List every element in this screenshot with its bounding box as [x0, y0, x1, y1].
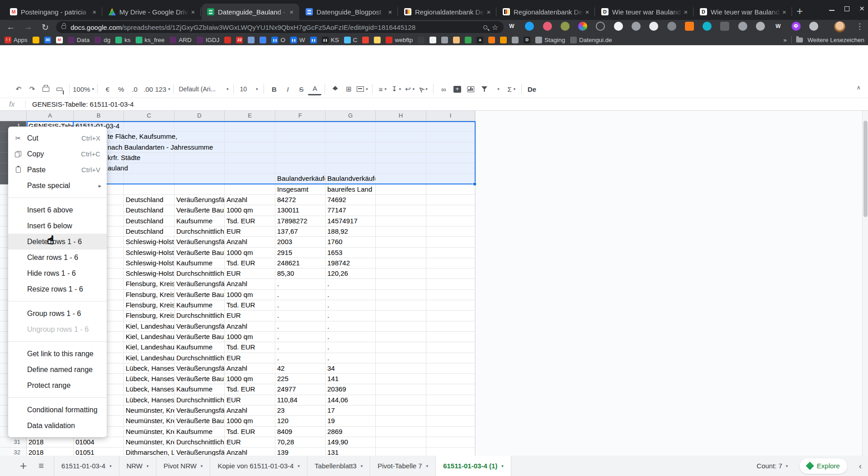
- cell-D8[interactable]: Veräußerungsfälle: [175, 195, 225, 205]
- cell-H31[interactable]: [376, 437, 426, 448]
- cell-C16[interactable]: Flensburg, Kreisfreie Stadt: [124, 279, 175, 289]
- paint-format-icon[interactable]: [52, 83, 66, 95]
- collapse-panel-icon[interactable]: ‹: [859, 461, 862, 471]
- cell-H13[interactable]: [376, 248, 426, 258]
- bookmark-item[interactable]: [465, 37, 472, 43]
- browser-profile-avatar[interactable]: [834, 21, 845, 33]
- cell-E30[interactable]: Tsd. EUR: [225, 427, 275, 437]
- puzzle-extension-icon[interactable]: [809, 22, 818, 31]
- context-menu-item-get-link[interactable]: Get link to this range: [8, 346, 107, 362]
- count-status[interactable]: Count: 7▾: [757, 462, 788, 470]
- sheet-tab-menu-icon[interactable]: ▾: [426, 464, 429, 468]
- cell-B31[interactable]: 01004: [74, 437, 124, 448]
- phi-extension-icon[interactable]: Φ: [792, 22, 801, 31]
- ring-extension-icon[interactable]: [596, 22, 605, 31]
- cell-E27[interactable]: EUR: [225, 395, 275, 405]
- cell-G25[interactable]: 141: [326, 374, 376, 384]
- bookmark-item[interactable]: [418, 37, 425, 43]
- cell-E5[interactable]: [225, 163, 275, 174]
- cell-H2[interactable]: [376, 132, 426, 142]
- borders-icon[interactable]: ⊞: [342, 83, 355, 95]
- cell-I2[interactable]: [426, 132, 475, 142]
- cell-C11[interactable]: Deutschland: [124, 226, 175, 237]
- addon-datenguide-button[interactable]: De: [525, 83, 538, 95]
- cell-G26[interactable]: 20369: [326, 384, 376, 395]
- bookmark-item[interactable]: ks: [115, 37, 131, 43]
- sheet-tab-0[interactable]: 61511-01-03-4▾: [54, 456, 119, 476]
- context-menu-item-delete-rows[interactable]: Delete rows 1 - 6: [8, 234, 107, 250]
- cell-H24[interactable]: [376, 363, 426, 374]
- cell-E19[interactable]: EUR: [225, 311, 275, 321]
- cell-F1[interactable]: [275, 121, 326, 132]
- cell-H9[interactable]: [376, 205, 426, 216]
- sheet-tab-menu-icon[interactable]: ▾: [501, 464, 504, 468]
- sheet-tab-menu-icon[interactable]: ▾: [201, 464, 203, 468]
- cell-I21[interactable]: [426, 332, 475, 342]
- cell-C32[interactable]: Dithmarschen, Landkreis: [124, 448, 175, 456]
- cell-C6[interactable]: [124, 174, 175, 184]
- cell-D18[interactable]: Kaufsumme: [175, 300, 225, 311]
- context-menu-item-paste[interactable]: PasteCtrl+V: [8, 162, 107, 178]
- cell-F4[interactable]: [275, 153, 326, 163]
- context-menu-item-hide-rows[interactable]: Hide rows 1 - 6: [8, 265, 107, 281]
- minimize-icon[interactable]: [829, 10, 835, 11]
- bookmarks-overflow-icon[interactable]: »: [783, 37, 787, 43]
- cell-I30[interactable]: [426, 427, 475, 437]
- cell-I31[interactable]: [426, 437, 475, 448]
- cell-H21[interactable]: [376, 332, 426, 342]
- cell-G31[interactable]: 149,90: [326, 437, 376, 448]
- cell-I13[interactable]: [426, 248, 475, 258]
- cell-D7[interactable]: [175, 184, 225, 195]
- column-header-D[interactable]: D: [175, 111, 225, 121]
- column-header-H[interactable]: H: [376, 111, 426, 121]
- cell-E10[interactable]: Tsd. EUR: [225, 216, 275, 226]
- formula-bar[interactable]: fx GENESIS-Tabelle: 61511-01-03-4: [0, 98, 868, 111]
- cell-E13[interactable]: 1000 qm: [225, 248, 275, 258]
- bookmark-item[interactable]: [362, 37, 369, 43]
- person-extension-icon[interactable]: [632, 22, 641, 31]
- vertical-scrollbar[interactable]: [862, 111, 868, 456]
- browser-tab[interactable]: Regionaldatenbank De×: [497, 4, 595, 20]
- brush-extension-icon[interactable]: [667, 22, 676, 31]
- cell-G13[interactable]: 1653: [326, 248, 376, 258]
- cell-I24[interactable]: [426, 363, 475, 374]
- cell-G14[interactable]: 198742: [326, 258, 376, 269]
- bookmark-item[interactable]: [488, 37, 495, 43]
- tab-close-icon[interactable]: ×: [780, 8, 788, 16]
- cell-E22[interactable]: Tsd. EUR: [225, 342, 275, 353]
- bookmark-item[interactable]: a: [476, 37, 483, 43]
- cell-G27[interactable]: 144,06: [326, 395, 376, 405]
- cell-I15[interactable]: [426, 269, 475, 279]
- cell-B32[interactable]: 01051: [74, 448, 124, 456]
- cell-F31[interactable]: 70,28: [275, 437, 326, 448]
- cell-E11[interactable]: EUR: [225, 226, 275, 237]
- forward-icon[interactable]: →: [22, 21, 34, 33]
- cell-C28[interactable]: Neumünster, Kreisfreie Stadt: [124, 405, 175, 416]
- cell-E2[interactable]: [225, 132, 275, 142]
- cell-D28[interactable]: Veräußerungsfälle: [175, 405, 225, 416]
- insert-chart-icon[interactable]: [464, 83, 477, 95]
- bold-button[interactable]: B: [267, 83, 281, 95]
- cell-H7[interactable]: [376, 184, 426, 195]
- cell-E3[interactable]: [225, 142, 275, 153]
- cell-I8[interactable]: [426, 195, 475, 205]
- cell-I29[interactable]: [426, 416, 475, 426]
- italic-button[interactable]: I: [281, 83, 294, 95]
- cell-I14[interactable]: [426, 258, 475, 269]
- cell-D1[interactable]: [175, 121, 225, 132]
- column-header-B[interactable]: B: [74, 111, 124, 121]
- browser-tab[interactable]: DWie teuer war Bauland×: [694, 4, 792, 20]
- cell-E7[interactable]: [225, 184, 275, 195]
- cell-I32[interactable]: [426, 448, 475, 456]
- bookmark-item[interactable]: Datengui.de: [570, 37, 612, 43]
- context-menu-item-copy[interactable]: CopyCtrl+C: [8, 146, 107, 162]
- cell-C19[interactable]: Flensburg, Kreisfreie Stadt: [124, 311, 175, 321]
- cell-F32[interactable]: 139: [275, 448, 326, 456]
- add-sheet-icon[interactable]: +: [20, 459, 27, 473]
- redo-icon[interactable]: ↷: [25, 83, 39, 95]
- cell-D24[interactable]: Veräußerungsfälle: [175, 363, 225, 374]
- cell-D31[interactable]: Durchschnittlicher Kaufwert: [175, 437, 225, 448]
- cell-I16[interactable]: [426, 279, 475, 289]
- cell-G29[interactable]: 19: [326, 416, 376, 426]
- cell-H29[interactable]: [376, 416, 426, 426]
